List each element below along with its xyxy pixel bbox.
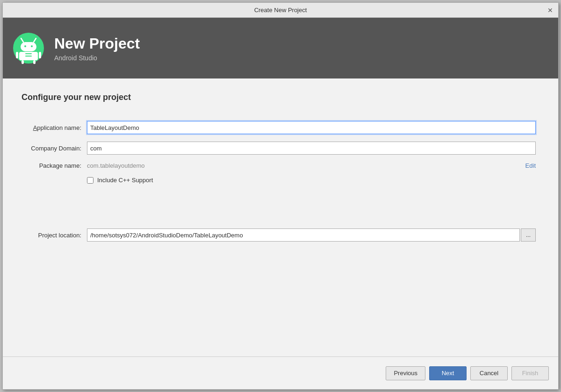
project-location-row: Project location: ...	[22, 228, 536, 242]
project-location-label: Project location:	[22, 232, 87, 239]
header-banner: New Project Android Studio	[3, 18, 558, 78]
company-domain-label: Company Domain:	[22, 145, 87, 152]
app-name-input[interactable]	[87, 121, 536, 134]
section-title: Configure your new project	[22, 93, 539, 102]
svg-rect-8	[39, 52, 41, 58]
svg-point-5	[31, 45, 33, 47]
app-name-row: Application name:	[22, 121, 536, 134]
window-title: Create New Project	[254, 7, 307, 14]
cpp-support-row: Include C++ Support	[87, 177, 536, 184]
previous-button[interactable]: Previous	[386, 366, 425, 380]
package-name-label: Package name:	[22, 162, 87, 169]
svg-rect-7	[16, 52, 18, 58]
finish-button[interactable]: Finish	[511, 366, 549, 380]
content-area: Configure your new project Application n…	[3, 78, 558, 356]
cancel-button[interactable]: Cancel	[470, 366, 508, 380]
browse-button[interactable]: ...	[521, 228, 536, 242]
package-name-row: Package name: com.tablelayoutdemo Edit	[22, 162, 536, 169]
app-name-label: Application name:	[22, 124, 87, 131]
svg-point-4	[24, 45, 26, 47]
svg-rect-11	[25, 53, 32, 54]
footer: Previous Next Cancel Finish	[3, 356, 558, 389]
cpp-support-label: Include C++ Support	[97, 177, 153, 184]
project-location-input[interactable]	[87, 228, 520, 242]
close-button[interactable]: ✕	[546, 6, 554, 14]
svg-rect-1	[21, 42, 36, 51]
header-subtitle: Android Studio	[54, 54, 140, 62]
edit-link[interactable]: Edit	[525, 162, 536, 169]
form-area: Application name: Company Domain: Packag…	[22, 121, 536, 242]
company-domain-row: Company Domain:	[22, 142, 536, 155]
svg-rect-9	[22, 60, 24, 64]
svg-rect-10	[33, 60, 36, 64]
header-text: New Project Android Studio	[54, 35, 140, 62]
title-bar: Create New Project ✕	[3, 3, 558, 18]
spacer	[22, 191, 536, 228]
cpp-support-checkbox[interactable]	[87, 177, 94, 184]
next-button[interactable]: Next	[429, 366, 467, 380]
dialog-window: Create New Project ✕	[2, 2, 559, 390]
svg-rect-12	[25, 56, 32, 57]
package-name-value: com.tablelayoutdemo	[87, 162, 525, 169]
header-title: New Project	[54, 35, 140, 52]
android-studio-logo	[12, 32, 45, 64]
company-domain-input[interactable]	[87, 142, 536, 155]
